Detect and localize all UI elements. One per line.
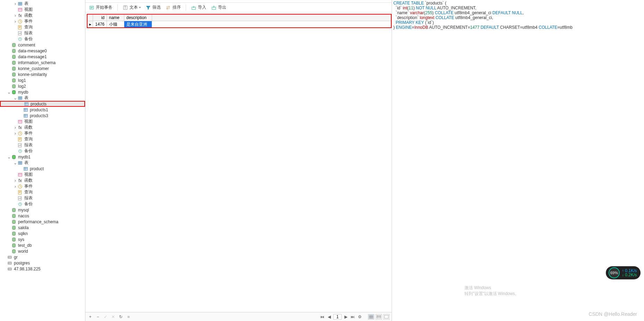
cell-name[interactable]: 小猫 [107,21,124,27]
tree-item-products1[interactable]: products1 [0,107,85,113]
tree-item-函数[interactable]: ›fx函数 [0,12,85,18]
begin-transaction-button[interactable]: 开始事务 [89,5,112,10]
tree-item-log1[interactable]: log1 [0,77,85,83]
tree-item-函数[interactable]: ›fx函数 [0,124,85,130]
table-row[interactable]: ▸ 1476 小猫 是来自亚洲 [87,21,391,27]
expand-icon[interactable]: › [13,1,17,6]
tree-item-备份[interactable]: 备份 [0,36,85,42]
tree-item-函数[interactable]: ›fx函数 [0,177,85,183]
tree-item-报表[interactable]: 报表 [0,195,85,201]
tree-item-表[interactable]: ⌄表 [0,95,85,101]
tree-item-报表[interactable]: 报表 [0,30,85,36]
tree-item-products3[interactable]: products3 [0,113,85,119]
tree-label: 函数 [24,177,33,183]
tree-item-test_db[interactable]: test_db [0,242,85,248]
commit-button[interactable]: ✓ [103,314,108,320]
tree-item-mysql[interactable]: mysql [0,207,85,213]
tree-item-事件[interactable]: ›事件 [0,183,85,189]
tree-item-sqlkn[interactable]: sqlkn [0,231,85,236]
tree-item-data-message1[interactable]: data-message1 [0,54,85,60]
expand-icon[interactable]: › [13,125,17,130]
tree-item-data-message0[interactable]: data-message0 [0,48,85,54]
data-grid[interactable]: id name description ▸ 1476 小猫 是来自亚洲 [87,14,392,28]
sort-button[interactable]: 排序 [166,5,181,10]
db-icon [11,54,17,60]
tree-item-查询[interactable]: 查询 [0,136,85,142]
tree-item-postgres[interactable]: postgres [0,260,85,266]
expand-icon[interactable]: › [13,131,17,136]
tree-item-konne-similarity[interactable]: konne-similarity [0,71,85,77]
prev-page-button[interactable]: ◀ [326,314,332,320]
tree-item-sakila[interactable]: sakila [0,225,85,231]
col-description-header[interactable]: description [124,15,152,21]
tree-label: 报表 [24,195,33,201]
page-input[interactable] [333,314,342,320]
expand-icon[interactable]: ⌄ [13,160,17,165]
grid-view-button[interactable] [368,314,374,320]
tree-item-konne_customer[interactable]: konne_customer [0,66,85,71]
tree-item-报表[interactable]: 报表 [0,142,85,148]
cancel-button[interactable]: ✕ [110,314,116,320]
form-view-button[interactable] [376,314,382,320]
tree-item-world[interactable]: world [0,248,85,254]
col-id-header[interactable]: id [93,15,107,21]
tree-item-gr[interactable]: gr [0,254,85,260]
text-button[interactable]: T 文本 ▾ [123,5,141,10]
col-name-header[interactable]: name [107,15,124,21]
tree-item-log2[interactable]: log2 [0,83,85,89]
begin-tx-label: 开始事务 [96,5,112,10]
tree-item-nacos[interactable]: nacos [0,213,85,219]
tree-item-查询[interactable]: 查询 [0,189,85,195]
refresh-button[interactable]: ↻ [118,314,124,320]
tree-item-事件[interactable]: ›事件 [0,130,85,136]
tree-item-product[interactable]: product [0,166,85,172]
tree-item-47.98.138.225[interactable]: 47.98.138.225 [0,266,85,272]
tree-item-products[interactable]: products [0,101,85,107]
db-open-icon [11,89,17,95]
tree-item-备份[interactable]: 备份 [0,148,85,154]
expand-icon[interactable]: › [13,13,17,18]
tree-label: 函数 [24,124,33,130]
tree-item-视图[interactable]: 视图 [0,172,85,177]
tree-item-information_schema[interactable]: information_schema [0,60,85,66]
tree-item-mydb1[interactable]: ⌄mydb1 [0,154,85,160]
remove-row-button[interactable]: − [95,314,101,320]
tree-item-comment[interactable]: comment [0,42,85,48]
tree-item-视图[interactable]: 视图 [0,119,85,124]
tbl-icon [23,107,28,113]
tree-item-mydb[interactable]: ⌄mydb [0,89,85,95]
filter-button[interactable]: 筛选 [145,5,161,10]
add-row-button[interactable]: + [87,314,93,320]
expand-icon[interactable]: › [13,19,17,24]
tree-item-查询[interactable]: 查询 [0,24,85,30]
tree-item-事件[interactable]: ›事件 [0,18,85,24]
network-monitor-widget[interactable]: 69% ↑ 0.1K/s ↓ 0.2K/s [606,266,641,279]
db-icon [11,66,17,71]
cpu-percent: 69% [609,267,620,278]
cell-id[interactable]: 1476 [93,21,107,27]
stop-button[interactable]: ■ [126,314,131,320]
db-icon [11,249,17,254]
tree-item-表[interactable]: ›表 [0,1,85,7]
svg-rect-26 [24,167,28,170]
tree-item-sys[interactable]: sys [0,236,85,242]
last-page-button[interactable]: ⏭ [350,314,356,320]
memo-view-button[interactable] [383,314,390,320]
tree-item-performance_schema[interactable]: performance_schema [0,219,85,225]
tree-item-表[interactable]: ⌄表 [0,160,85,166]
expand-icon[interactable]: ⌄ [13,96,17,101]
svg-rect-42 [8,262,12,264]
expand-icon[interactable]: › [13,178,17,183]
expand-icon[interactable]: ⌄ [7,155,11,159]
first-page-button[interactable]: ⏮ [319,314,325,320]
tree-item-视图[interactable]: 视图 [0,7,85,12]
settings-button[interactable]: ⚙ [357,314,362,320]
import-button[interactable]: 导入 [191,5,206,10]
expand-icon[interactable]: › [13,184,17,189]
sidebar-tree[interactable]: ›表视图›fx函数›事件查询报表备份commentdata-message0da… [0,0,85,321]
next-page-button[interactable]: ▶ [343,314,349,320]
export-button[interactable]: 导出 [211,5,226,10]
expand-icon[interactable]: ⌄ [7,90,11,95]
cell-description[interactable]: 是来自亚洲 [124,21,152,27]
tree-item-备份[interactable]: 备份 [0,201,85,207]
